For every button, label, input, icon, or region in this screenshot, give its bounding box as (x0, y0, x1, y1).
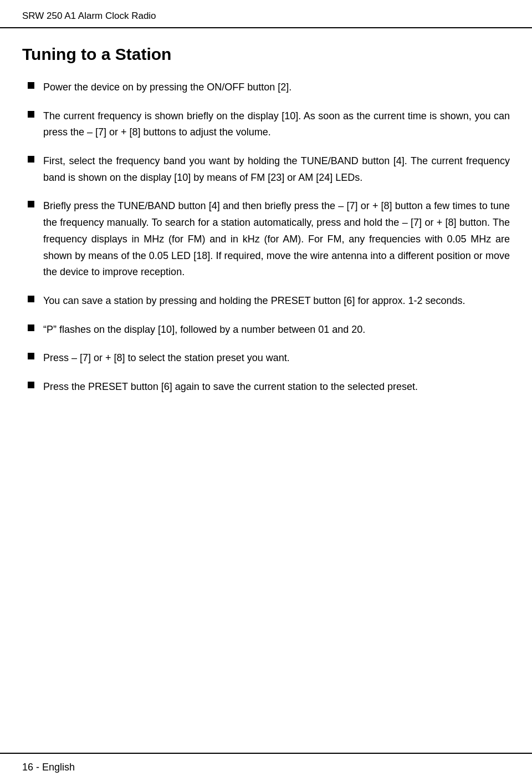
list-item: Press – [7] or + [8] to select the stati… (22, 350, 510, 367)
list-item: Press the PRESET button [6] again to sav… (22, 379, 510, 395)
list-item: Briefly press the TUNE/BAND button [4] a… (22, 198, 510, 280)
list-item: “P” flashes on the display [10], followe… (22, 322, 510, 338)
bullet-icon (28, 353, 34, 359)
bullet-text-1: Power the device on by pressing the ON/O… (43, 79, 510, 96)
bullet-icon (28, 201, 34, 207)
header-title: SRW 250 A1 Alarm Clock Radio (22, 11, 156, 21)
bullet-icon (28, 382, 34, 388)
bullet-icon (28, 111, 34, 118)
bullet-icon (28, 82, 34, 89)
footer-text: 16 - English (22, 762, 75, 773)
list-item: You can save a station by pressing and h… (22, 293, 510, 310)
bullet-text-3: First, select the frequency band you wan… (43, 153, 510, 186)
bullet-text-8: Press the PRESET button [6] again to sav… (43, 379, 510, 395)
bullet-icon (28, 296, 34, 302)
bullet-icon (28, 324, 34, 331)
main-content: Tuning to a Station Power the device on … (0, 28, 532, 441)
footer-bar: 16 - English (0, 753, 532, 781)
bullet-text-7: Press – [7] or + [8] to select the stati… (43, 350, 510, 367)
list-item: First, select the frequency band you wan… (22, 153, 510, 186)
bullet-list: Power the device on by pressing the ON/O… (22, 79, 510, 395)
bullet-text-6: “P” flashes on the display [10], followe… (43, 322, 510, 338)
bullet-text-5: You can save a station by pressing and h… (43, 293, 510, 310)
bullet-text-2: The current frequency is shown briefly o… (43, 108, 510, 141)
section-title: Tuning to a Station (22, 45, 510, 64)
list-item: The current frequency is shown briefly o… (22, 108, 510, 141)
header-bar: SRW 250 A1 Alarm Clock Radio (0, 0, 532, 28)
bullet-icon (28, 156, 34, 163)
bullet-text-4: Briefly press the TUNE/BAND button [4] a… (43, 198, 510, 280)
page-container: SRW 250 A1 Alarm Clock Radio Tuning to a… (0, 0, 532, 781)
list-item: Power the device on by pressing the ON/O… (22, 79, 510, 96)
